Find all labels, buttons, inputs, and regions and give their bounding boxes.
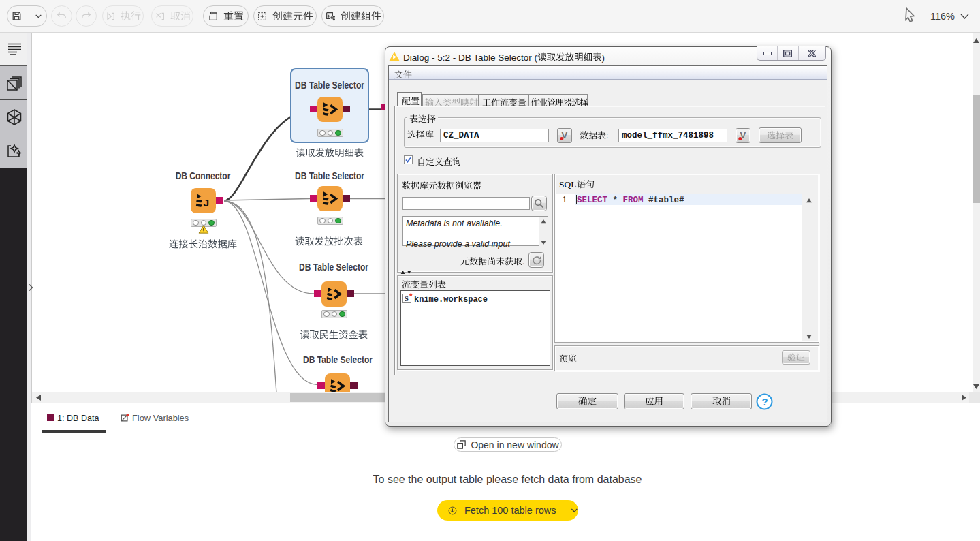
svg-text:J: J [204,197,210,208]
svg-text:S: S [405,295,409,303]
svg-text:?: ? [762,396,768,407]
